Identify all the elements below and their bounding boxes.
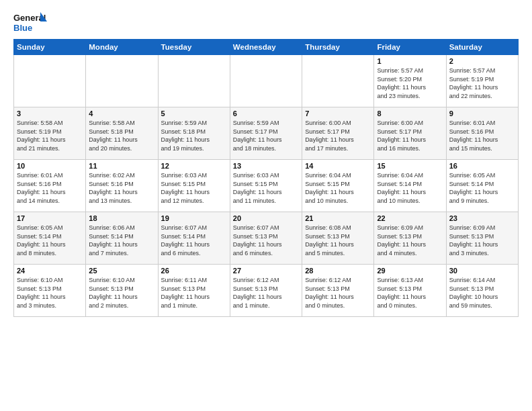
day-number: 26 <box>161 267 227 275</box>
logo-svg: GeneralBlue <box>13 11 47 35</box>
day-info: Sunrise: 6:13 AM Sunset: 5:13 PM Dayligh… <box>377 276 443 310</box>
day-info: Sunrise: 6:00 AM Sunset: 5:17 PM Dayligh… <box>377 119 443 152</box>
day-number: 15 <box>377 162 443 170</box>
day-number: 4 <box>89 109 154 118</box>
calendar-cell: 29Sunrise: 6:13 AM Sunset: 5:13 PM Dayli… <box>374 265 446 317</box>
day-info: Sunrise: 5:58 AM Sunset: 5:18 PM Dayligh… <box>89 119 154 152</box>
calendar-cell: 25Sunrise: 6:10 AM Sunset: 5:13 PM Dayli… <box>86 265 158 317</box>
day-number: 24 <box>17 267 83 275</box>
svg-text:Blue: Blue <box>13 23 32 33</box>
calendar-cell <box>14 55 86 107</box>
calendar-cell: 30Sunrise: 6:14 AM Sunset: 5:13 PM Dayli… <box>446 265 518 317</box>
column-header-saturday: Saturday <box>446 40 518 55</box>
calendar-cell: 11Sunrise: 6:02 AM Sunset: 5:16 PM Dayli… <box>86 160 158 212</box>
day-info: Sunrise: 5:58 AM Sunset: 5:19 PM Dayligh… <box>17 119 83 152</box>
calendar-cell <box>302 55 374 107</box>
calendar-cell: 19Sunrise: 6:07 AM Sunset: 5:14 PM Dayli… <box>158 212 230 265</box>
calendar-cell: 14Sunrise: 6:04 AM Sunset: 5:15 PM Dayli… <box>302 160 374 212</box>
day-info: Sunrise: 6:07 AM Sunset: 5:14 PM Dayligh… <box>161 224 227 257</box>
calendar-cell <box>230 55 302 107</box>
calendar-cell: 9Sunrise: 6:01 AM Sunset: 5:16 PM Daylig… <box>446 107 518 160</box>
day-info: Sunrise: 6:12 AM Sunset: 5:13 PM Dayligh… <box>233 276 299 310</box>
day-info: Sunrise: 5:57 AM Sunset: 5:19 PM Dayligh… <box>449 66 515 100</box>
day-info: Sunrise: 5:59 AM Sunset: 5:17 PM Dayligh… <box>233 119 299 152</box>
day-number: 14 <box>305 162 371 170</box>
day-info: Sunrise: 5:57 AM Sunset: 5:20 PM Dayligh… <box>377 66 443 100</box>
day-number: 6 <box>233 109 299 118</box>
calendar-cell: 24Sunrise: 6:10 AM Sunset: 5:13 PM Dayli… <box>14 265 86 317</box>
day-info: Sunrise: 6:14 AM Sunset: 5:13 PM Dayligh… <box>449 276 515 310</box>
day-info: Sunrise: 6:06 AM Sunset: 5:14 PM Dayligh… <box>89 224 154 257</box>
day-info: Sunrise: 6:05 AM Sunset: 5:14 PM Dayligh… <box>17 224 83 257</box>
calendar-week-4: 17Sunrise: 6:05 AM Sunset: 5:14 PM Dayli… <box>14 212 519 265</box>
column-header-wednesday: Wednesday <box>230 40 302 55</box>
day-info: Sunrise: 6:05 AM Sunset: 5:14 PM Dayligh… <box>449 171 515 205</box>
day-info: Sunrise: 6:00 AM Sunset: 5:17 PM Dayligh… <box>305 119 371 152</box>
day-number: 13 <box>233 162 299 170</box>
day-info: Sunrise: 6:02 AM Sunset: 5:16 PM Dayligh… <box>89 171 154 205</box>
calendar-cell: 10Sunrise: 6:01 AM Sunset: 5:16 PM Dayli… <box>14 160 86 212</box>
column-header-monday: Monday <box>86 40 158 55</box>
day-info: Sunrise: 6:04 AM Sunset: 5:15 PM Dayligh… <box>305 171 371 205</box>
column-header-friday: Friday <box>374 40 446 55</box>
calendar-cell: 21Sunrise: 6:08 AM Sunset: 5:13 PM Dayli… <box>302 212 374 265</box>
day-number: 12 <box>161 162 227 170</box>
day-number: 8 <box>377 109 443 118</box>
day-number: 22 <box>377 214 443 222</box>
calendar-week-5: 24Sunrise: 6:10 AM Sunset: 5:13 PM Dayli… <box>14 265 519 317</box>
calendar-table: SundayMondayTuesdayWednesdayThursdayFrid… <box>13 39 519 317</box>
calendar-cell: 4Sunrise: 5:58 AM Sunset: 5:18 PM Daylig… <box>86 107 158 160</box>
calendar-cell <box>158 55 230 107</box>
calendar-cell: 2Sunrise: 5:57 AM Sunset: 5:19 PM Daylig… <box>446 55 518 107</box>
calendar-cell: 22Sunrise: 6:09 AM Sunset: 5:13 PM Dayli… <box>374 212 446 265</box>
day-info: Sunrise: 6:10 AM Sunset: 5:13 PM Dayligh… <box>17 276 83 310</box>
column-header-thursday: Thursday <box>302 40 374 55</box>
day-info: Sunrise: 6:03 AM Sunset: 5:15 PM Dayligh… <box>233 171 299 205</box>
calendar-cell <box>86 55 158 107</box>
logo: GeneralBlue <box>13 11 47 35</box>
day-info: Sunrise: 6:09 AM Sunset: 5:13 PM Dayligh… <box>449 224 515 257</box>
day-info: Sunrise: 6:12 AM Sunset: 5:13 PM Dayligh… <box>305 276 371 310</box>
day-info: Sunrise: 6:01 AM Sunset: 5:16 PM Dayligh… <box>449 119 515 152</box>
calendar-cell: 28Sunrise: 6:12 AM Sunset: 5:13 PM Dayli… <box>302 265 374 317</box>
day-number: 30 <box>449 267 515 275</box>
day-number: 16 <box>449 162 515 170</box>
calendar-cell: 3Sunrise: 5:58 AM Sunset: 5:19 PM Daylig… <box>14 107 86 160</box>
day-number: 5 <box>161 109 227 118</box>
column-header-sunday: Sunday <box>14 40 86 55</box>
calendar-cell: 17Sunrise: 6:05 AM Sunset: 5:14 PM Dayli… <box>14 212 86 265</box>
calendar-week-1: 1Sunrise: 5:57 AM Sunset: 5:20 PM Daylig… <box>14 55 519 107</box>
day-number: 18 <box>89 214 154 222</box>
calendar-cell: 12Sunrise: 6:03 AM Sunset: 5:15 PM Dayli… <box>158 160 230 212</box>
day-info: Sunrise: 6:04 AM Sunset: 5:14 PM Dayligh… <box>377 171 443 205</box>
day-number: 10 <box>17 162 83 170</box>
calendar-cell: 20Sunrise: 6:07 AM Sunset: 5:13 PM Dayli… <box>230 212 302 265</box>
day-number: 9 <box>449 109 515 118</box>
day-number: 19 <box>161 214 227 222</box>
calendar-cell: 26Sunrise: 6:11 AM Sunset: 5:13 PM Dayli… <box>158 265 230 317</box>
day-number: 28 <box>305 267 371 275</box>
day-info: Sunrise: 6:10 AM Sunset: 5:13 PM Dayligh… <box>89 276 154 310</box>
calendar-cell: 8Sunrise: 6:00 AM Sunset: 5:17 PM Daylig… <box>374 107 446 160</box>
day-info: Sunrise: 6:07 AM Sunset: 5:13 PM Dayligh… <box>233 224 299 257</box>
calendar-cell: 6Sunrise: 5:59 AM Sunset: 5:17 PM Daylig… <box>230 107 302 160</box>
day-number: 7 <box>305 109 371 118</box>
day-number: 29 <box>377 267 443 275</box>
day-number: 20 <box>233 214 299 222</box>
calendar-cell: 5Sunrise: 5:59 AM Sunset: 5:18 PM Daylig… <box>158 107 230 160</box>
day-info: Sunrise: 6:09 AM Sunset: 5:13 PM Dayligh… <box>377 224 443 257</box>
day-number: 1 <box>377 57 443 65</box>
day-info: Sunrise: 6:11 AM Sunset: 5:13 PM Dayligh… <box>161 276 227 310</box>
day-number: 17 <box>17 214 83 222</box>
calendar-cell: 23Sunrise: 6:09 AM Sunset: 5:13 PM Dayli… <box>446 212 518 265</box>
calendar-cell: 13Sunrise: 6:03 AM Sunset: 5:15 PM Dayli… <box>230 160 302 212</box>
day-number: 3 <box>17 109 83 118</box>
calendar-body: 1Sunrise: 5:57 AM Sunset: 5:20 PM Daylig… <box>14 55 519 317</box>
calendar-header-row: SundayMondayTuesdayWednesdayThursdayFrid… <box>14 40 519 55</box>
column-header-tuesday: Tuesday <box>158 40 230 55</box>
page-header: GeneralBlue <box>13 11 519 35</box>
calendar-page: GeneralBlue SundayMondayTuesdayWednesday… <box>0 0 532 324</box>
day-info: Sunrise: 5:59 AM Sunset: 5:18 PM Dayligh… <box>161 119 227 152</box>
day-number: 27 <box>233 267 299 275</box>
day-info: Sunrise: 6:08 AM Sunset: 5:13 PM Dayligh… <box>305 224 371 257</box>
